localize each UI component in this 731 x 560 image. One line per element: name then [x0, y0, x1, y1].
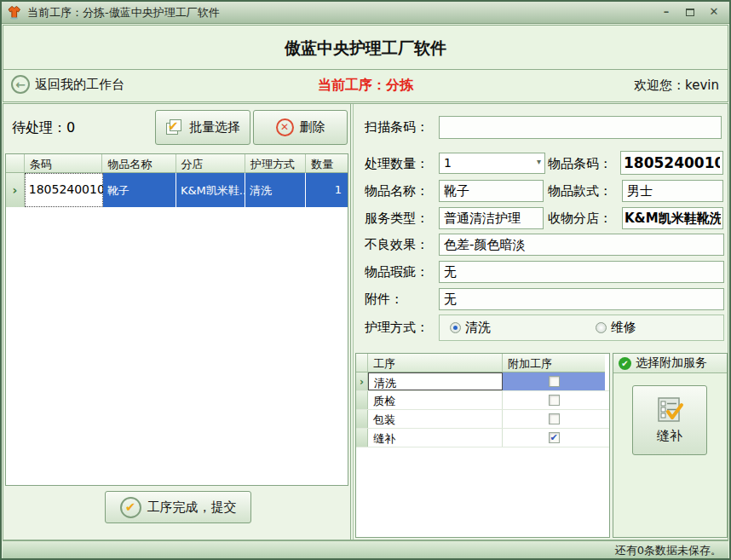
- extra-process-cell[interactable]: [503, 410, 605, 428]
- cell-barcode[interactable]: 18052400101: [25, 173, 103, 207]
- item-name-field[interactable]: [439, 180, 544, 202]
- back-button[interactable]: ← 返回我的工作台: [11, 75, 124, 94]
- window-title: 当前工序：分拣-傲蓝中央护理工厂软件: [27, 5, 220, 20]
- maximize-icon: [686, 9, 694, 16]
- radio-unselected-icon: [596, 322, 607, 333]
- welcome-prefix: 欢迎您：: [634, 78, 685, 93]
- maximize-button[interactable]: [680, 4, 700, 21]
- accessory-field[interactable]: [439, 288, 724, 310]
- titlebar[interactable]: 当前工序：分拣-傲蓝中央护理工厂软件 – ✕: [2, 2, 729, 24]
- extra-service-header: ✔ 选择附加服务: [613, 354, 727, 373]
- submit-label: 工序完成，提交: [147, 499, 237, 516]
- toolbar: ← 返回我的工作台 当前工序：分拣 欢迎您：kevin: [3, 70, 728, 101]
- defect-field[interactable]: [439, 234, 724, 256]
- extra-process-cell[interactable]: ✔: [503, 429, 605, 447]
- cell-branch[interactable]: K&M凯米鞋...: [176, 173, 245, 207]
- username: kevin: [685, 78, 719, 93]
- left-panel: 待处理：0 ✔ 批量选择 ✕ 删除 条码 物品名称 分店 护理方式 数量: [3, 104, 351, 540]
- item-barcode-label: 物品条码：: [548, 156, 612, 172]
- process-name[interactable]: 缝补: [368, 429, 503, 447]
- care-method-group: 清洗 维修: [439, 315, 724, 341]
- checkbox-unchecked-icon[interactable]: [549, 395, 560, 406]
- col-header-care[interactable]: 护理方式: [245, 154, 306, 173]
- receive-branch-label: 收物分店：: [548, 211, 612, 227]
- process-row[interactable]: 质检: [356, 391, 609, 410]
- radio-wash-label: 清洗: [465, 320, 491, 336]
- pending-label: 待处理：: [12, 119, 66, 136]
- batch-checkbox-icon: ✔: [165, 119, 183, 136]
- chevron-down-icon: ▾: [537, 157, 541, 166]
- item-style-field[interactable]: [622, 180, 723, 202]
- extra-service-title: 选择附加服务: [636, 355, 707, 371]
- extra-process-cell[interactable]: [503, 391, 605, 409]
- check-circle-icon: ✔: [120, 497, 141, 518]
- col-header-item[interactable]: 物品名称: [102, 154, 176, 173]
- header: 傲蓝中央护理工厂软件 ← 返回我的工作台 当前工序：分拣 欢迎您：kevin: [3, 25, 728, 102]
- batch-select-button[interactable]: ✔ 批量选择: [155, 110, 250, 145]
- process-table: 工序 附加工序 › 清洗 质检 包装: [355, 353, 610, 538]
- col-header-extra[interactable]: 附加工序: [503, 354, 605, 372]
- items-table-header: 条码 物品名称 分店 护理方式 数量: [6, 154, 348, 173]
- minimize-button[interactable]: –: [656, 4, 676, 21]
- accessory-label: 附件：: [365, 292, 403, 308]
- submit-button[interactable]: ✔ 工序完成，提交: [105, 491, 251, 523]
- delete-button[interactable]: ✕ 删除: [253, 110, 348, 145]
- close-icon: ✕: [710, 5, 719, 18]
- checklist-icon: [654, 396, 685, 424]
- checkbox-unchecked-icon[interactable]: [549, 413, 560, 424]
- radio-selected-icon: [450, 322, 461, 333]
- process-name[interactable]: 包装: [368, 410, 503, 428]
- cell-qty[interactable]: 1: [306, 173, 348, 207]
- item-name-label: 物品名称：: [365, 183, 429, 199]
- radio-wash[interactable]: 清洗: [450, 320, 491, 336]
- extra-process-cell[interactable]: [503, 372, 605, 390]
- close-button[interactable]: ✕: [704, 4, 724, 21]
- table-row[interactable]: › 18052400101 靴子 K&M凯米鞋... 清洗 1: [6, 173, 348, 207]
- status-bar: 还有0条数据未保存。: [3, 540, 728, 558]
- process-row[interactable]: 缝补 ✔: [356, 429, 609, 447]
- welcome-text: 欢迎您：kevin: [634, 78, 719, 94]
- receive-branch-field[interactable]: [622, 207, 723, 229]
- col-header-qty[interactable]: 数量: [306, 154, 348, 173]
- item-style-label: 物品款式：: [548, 183, 612, 199]
- process-qty-label: 处理数量：: [365, 156, 429, 172]
- cell-care[interactable]: 清洗: [245, 173, 306, 207]
- current-process-label: 当前工序：分拣: [318, 77, 413, 95]
- pending-count-label: 待处理：0: [12, 119, 75, 137]
- app-window: 当前工序：分拣-傲蓝中央护理工厂软件 – ✕ 傲蓝中央护理工厂软件 ← 返回我的…: [0, 0, 731, 560]
- mend-button[interactable]: 缝补: [632, 385, 707, 455]
- checkbox-unchecked-icon[interactable]: [549, 376, 560, 387]
- green-check-icon: ✔: [619, 357, 631, 370]
- extra-service-panel: ✔ 选择附加服务 缝补: [613, 353, 728, 538]
- service-type-label: 服务类型：: [365, 211, 429, 227]
- main-area: 待处理：0 ✔ 批量选择 ✕ 删除 条码 物品名称 分店 护理方式 数量: [3, 103, 728, 540]
- item-barcode-field[interactable]: [620, 151, 723, 175]
- process-qty-value: 1: [444, 156, 452, 170]
- flaw-label: 物品瑕疵：: [365, 264, 429, 280]
- radio-repair[interactable]: 维修: [596, 320, 636, 336]
- col-header-barcode[interactable]: 条码: [25, 154, 102, 173]
- app-icon: [7, 5, 21, 20]
- process-name[interactable]: 清洗: [368, 372, 503, 390]
- process-row[interactable]: › 清洗: [356, 372, 609, 391]
- row-arrow-icon: ›: [356, 372, 368, 390]
- col-header-process[interactable]: 工序: [368, 354, 503, 372]
- batch-select-label: 批量选择: [189, 119, 240, 136]
- row-indicator-header: [356, 354, 368, 372]
- scan-barcode-input[interactable]: [439, 116, 722, 139]
- col-header-branch[interactable]: 分店: [176, 154, 245, 173]
- process-qty-combo[interactable]: 1 ▾: [439, 153, 545, 174]
- delete-label: 删除: [300, 119, 325, 136]
- row-arrow-icon: ›: [6, 173, 25, 207]
- process-row[interactable]: 包装: [356, 410, 609, 429]
- radio-repair-label: 维修: [611, 320, 636, 336]
- pending-count: 0: [66, 119, 75, 136]
- service-type-field[interactable]: [439, 207, 544, 229]
- process-section: 工序 附加工序 › 清洗 质检 包装: [355, 353, 728, 538]
- flaw-field[interactable]: [439, 261, 724, 283]
- checkbox-checked-icon[interactable]: ✔: [549, 432, 560, 443]
- defect-label: 不良效果：: [365, 237, 429, 253]
- process-name[interactable]: 质检: [368, 391, 503, 409]
- mend-label: 缝补: [657, 428, 682, 444]
- cell-item[interactable]: 靴子: [103, 173, 176, 207]
